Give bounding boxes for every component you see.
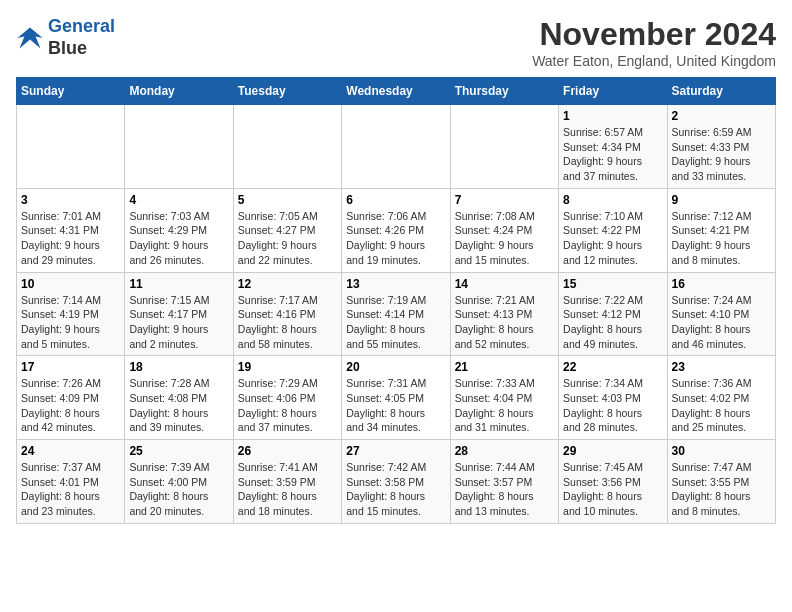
calendar-cell: 14Sunrise: 7:21 AM Sunset: 4:13 PM Dayli… xyxy=(450,272,558,356)
logo: General Blue xyxy=(16,16,115,59)
calendar-cell: 1Sunrise: 6:57 AM Sunset: 4:34 PM Daylig… xyxy=(559,105,667,189)
logo-line1: General xyxy=(48,16,115,36)
calendar-cell: 12Sunrise: 7:17 AM Sunset: 4:16 PM Dayli… xyxy=(233,272,341,356)
day-number: 1 xyxy=(563,109,662,123)
day-number: 9 xyxy=(672,193,771,207)
logo-line2: Blue xyxy=(48,38,115,60)
day-info: Sunrise: 7:12 AM Sunset: 4:21 PM Dayligh… xyxy=(672,209,771,268)
calendar-cell: 5Sunrise: 7:05 AM Sunset: 4:27 PM Daylig… xyxy=(233,188,341,272)
calendar-cell: 28Sunrise: 7:44 AM Sunset: 3:57 PM Dayli… xyxy=(450,440,558,524)
calendar-week-1: 3Sunrise: 7:01 AM Sunset: 4:31 PM Daylig… xyxy=(17,188,776,272)
day-info: Sunrise: 7:10 AM Sunset: 4:22 PM Dayligh… xyxy=(563,209,662,268)
header: General Blue November 2024 Water Eaton, … xyxy=(16,16,776,69)
day-info: Sunrise: 7:26 AM Sunset: 4:09 PM Dayligh… xyxy=(21,376,120,435)
calendar-week-4: 24Sunrise: 7:37 AM Sunset: 4:01 PM Dayli… xyxy=(17,440,776,524)
calendar-cell: 15Sunrise: 7:22 AM Sunset: 4:12 PM Dayli… xyxy=(559,272,667,356)
calendar-table: SundayMondayTuesdayWednesdayThursdayFrid… xyxy=(16,77,776,524)
day-info: Sunrise: 7:33 AM Sunset: 4:04 PM Dayligh… xyxy=(455,376,554,435)
title-area: November 2024 Water Eaton, England, Unit… xyxy=(532,16,776,69)
calendar-cell: 20Sunrise: 7:31 AM Sunset: 4:05 PM Dayli… xyxy=(342,356,450,440)
calendar-cell: 21Sunrise: 7:33 AM Sunset: 4:04 PM Dayli… xyxy=(450,356,558,440)
day-info: Sunrise: 7:42 AM Sunset: 3:58 PM Dayligh… xyxy=(346,460,445,519)
day-info: Sunrise: 7:05 AM Sunset: 4:27 PM Dayligh… xyxy=(238,209,337,268)
calendar-cell: 26Sunrise: 7:41 AM Sunset: 3:59 PM Dayli… xyxy=(233,440,341,524)
day-number: 24 xyxy=(21,444,120,458)
logo-text: General Blue xyxy=(48,16,115,59)
day-info: Sunrise: 7:14 AM Sunset: 4:19 PM Dayligh… xyxy=(21,293,120,352)
calendar-cell: 11Sunrise: 7:15 AM Sunset: 4:17 PM Dayli… xyxy=(125,272,233,356)
calendar-cell: 6Sunrise: 7:06 AM Sunset: 4:26 PM Daylig… xyxy=(342,188,450,272)
day-info: Sunrise: 7:24 AM Sunset: 4:10 PM Dayligh… xyxy=(672,293,771,352)
calendar-cell: 4Sunrise: 7:03 AM Sunset: 4:29 PM Daylig… xyxy=(125,188,233,272)
weekday-header-monday: Monday xyxy=(125,78,233,105)
calendar-body: 1Sunrise: 6:57 AM Sunset: 4:34 PM Daylig… xyxy=(17,105,776,524)
day-info: Sunrise: 6:59 AM Sunset: 4:33 PM Dayligh… xyxy=(672,125,771,184)
day-number: 22 xyxy=(563,360,662,374)
day-info: Sunrise: 7:47 AM Sunset: 3:55 PM Dayligh… xyxy=(672,460,771,519)
day-number: 26 xyxy=(238,444,337,458)
weekday-header-sunday: Sunday xyxy=(17,78,125,105)
day-number: 10 xyxy=(21,277,120,291)
day-number: 19 xyxy=(238,360,337,374)
main-title: November 2024 xyxy=(532,16,776,53)
calendar-cell xyxy=(125,105,233,189)
day-number: 27 xyxy=(346,444,445,458)
day-number: 23 xyxy=(672,360,771,374)
weekday-header-row: SundayMondayTuesdayWednesdayThursdayFrid… xyxy=(17,78,776,105)
logo-bird-icon xyxy=(16,24,44,52)
day-info: Sunrise: 7:17 AM Sunset: 4:16 PM Dayligh… xyxy=(238,293,337,352)
day-number: 28 xyxy=(455,444,554,458)
day-info: Sunrise: 6:57 AM Sunset: 4:34 PM Dayligh… xyxy=(563,125,662,184)
calendar-cell: 30Sunrise: 7:47 AM Sunset: 3:55 PM Dayli… xyxy=(667,440,775,524)
calendar-cell: 10Sunrise: 7:14 AM Sunset: 4:19 PM Dayli… xyxy=(17,272,125,356)
day-info: Sunrise: 7:36 AM Sunset: 4:02 PM Dayligh… xyxy=(672,376,771,435)
day-info: Sunrise: 7:06 AM Sunset: 4:26 PM Dayligh… xyxy=(346,209,445,268)
day-number: 4 xyxy=(129,193,228,207)
day-info: Sunrise: 7:19 AM Sunset: 4:14 PM Dayligh… xyxy=(346,293,445,352)
calendar-cell: 2Sunrise: 6:59 AM Sunset: 4:33 PM Daylig… xyxy=(667,105,775,189)
calendar-cell: 9Sunrise: 7:12 AM Sunset: 4:21 PM Daylig… xyxy=(667,188,775,272)
weekday-header-friday: Friday xyxy=(559,78,667,105)
day-info: Sunrise: 7:03 AM Sunset: 4:29 PM Dayligh… xyxy=(129,209,228,268)
day-number: 20 xyxy=(346,360,445,374)
weekday-header-thursday: Thursday xyxy=(450,78,558,105)
calendar-cell: 8Sunrise: 7:10 AM Sunset: 4:22 PM Daylig… xyxy=(559,188,667,272)
calendar-cell: 19Sunrise: 7:29 AM Sunset: 4:06 PM Dayli… xyxy=(233,356,341,440)
calendar-cell: 17Sunrise: 7:26 AM Sunset: 4:09 PM Dayli… xyxy=(17,356,125,440)
calendar-week-0: 1Sunrise: 6:57 AM Sunset: 4:34 PM Daylig… xyxy=(17,105,776,189)
day-info: Sunrise: 7:22 AM Sunset: 4:12 PM Dayligh… xyxy=(563,293,662,352)
weekday-header-tuesday: Tuesday xyxy=(233,78,341,105)
day-info: Sunrise: 7:28 AM Sunset: 4:08 PM Dayligh… xyxy=(129,376,228,435)
day-number: 17 xyxy=(21,360,120,374)
calendar-cell xyxy=(233,105,341,189)
day-number: 6 xyxy=(346,193,445,207)
day-number: 11 xyxy=(129,277,228,291)
calendar-cell: 24Sunrise: 7:37 AM Sunset: 4:01 PM Dayli… xyxy=(17,440,125,524)
calendar-cell: 18Sunrise: 7:28 AM Sunset: 4:08 PM Dayli… xyxy=(125,356,233,440)
day-info: Sunrise: 7:01 AM Sunset: 4:31 PM Dayligh… xyxy=(21,209,120,268)
day-info: Sunrise: 7:15 AM Sunset: 4:17 PM Dayligh… xyxy=(129,293,228,352)
day-number: 2 xyxy=(672,109,771,123)
svg-marker-0 xyxy=(17,27,42,48)
calendar-cell xyxy=(450,105,558,189)
weekday-header-saturday: Saturday xyxy=(667,78,775,105)
calendar-cell: 25Sunrise: 7:39 AM Sunset: 4:00 PM Dayli… xyxy=(125,440,233,524)
day-number: 16 xyxy=(672,277,771,291)
day-number: 29 xyxy=(563,444,662,458)
day-info: Sunrise: 7:44 AM Sunset: 3:57 PM Dayligh… xyxy=(455,460,554,519)
day-number: 15 xyxy=(563,277,662,291)
calendar-cell: 27Sunrise: 7:42 AM Sunset: 3:58 PM Dayli… xyxy=(342,440,450,524)
day-number: 5 xyxy=(238,193,337,207)
day-info: Sunrise: 7:31 AM Sunset: 4:05 PM Dayligh… xyxy=(346,376,445,435)
day-info: Sunrise: 7:39 AM Sunset: 4:00 PM Dayligh… xyxy=(129,460,228,519)
calendar-cell: 13Sunrise: 7:19 AM Sunset: 4:14 PM Dayli… xyxy=(342,272,450,356)
calendar-cell: 7Sunrise: 7:08 AM Sunset: 4:24 PM Daylig… xyxy=(450,188,558,272)
subtitle: Water Eaton, England, United Kingdom xyxy=(532,53,776,69)
calendar-header: SundayMondayTuesdayWednesdayThursdayFrid… xyxy=(17,78,776,105)
calendar-cell: 16Sunrise: 7:24 AM Sunset: 4:10 PM Dayli… xyxy=(667,272,775,356)
calendar-cell xyxy=(17,105,125,189)
day-info: Sunrise: 7:45 AM Sunset: 3:56 PM Dayligh… xyxy=(563,460,662,519)
day-info: Sunrise: 7:41 AM Sunset: 3:59 PM Dayligh… xyxy=(238,460,337,519)
calendar-cell: 29Sunrise: 7:45 AM Sunset: 3:56 PM Dayli… xyxy=(559,440,667,524)
day-info: Sunrise: 7:29 AM Sunset: 4:06 PM Dayligh… xyxy=(238,376,337,435)
